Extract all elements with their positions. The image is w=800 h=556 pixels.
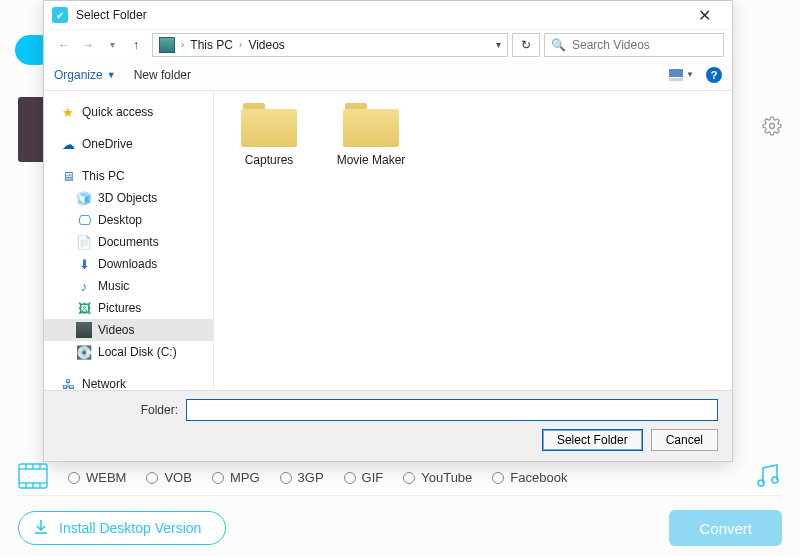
format-webm[interactable]: WEBM: [68, 470, 126, 485]
tree-label: Network: [82, 377, 126, 390]
select-folder-dialog: ✔ Select Folder ✕ ← → ▾ ↑ › This PC › Vi…: [43, 0, 733, 462]
format-label: MPG: [230, 470, 260, 485]
organize-menu[interactable]: Organize ▼: [54, 68, 116, 82]
dialog-footer: Folder: Select Folder Cancel: [44, 390, 732, 461]
format-gif[interactable]: GIF: [344, 470, 384, 485]
bottom-row: Install Desktop Version Convert: [18, 510, 782, 546]
folder-content[interactable]: Captures Movie Maker: [214, 91, 732, 390]
tree-desktop[interactable]: 🖵Desktop: [44, 209, 213, 231]
folder-input[interactable]: [186, 399, 718, 421]
radio-icon: [403, 472, 415, 484]
tree-label: Music: [98, 279, 129, 293]
download-icon: ⬇: [76, 256, 92, 272]
format-label: GIF: [362, 470, 384, 485]
up-button[interactable]: ↑: [124, 33, 148, 57]
tree-downloads[interactable]: ⬇Downloads: [44, 253, 213, 275]
tree-label: OneDrive: [82, 137, 133, 151]
breadcrumb[interactable]: › This PC › Videos ▾: [152, 33, 508, 57]
forward-button: →: [76, 33, 100, 57]
tree-label: Quick access: [82, 105, 153, 119]
document-icon: 📄: [76, 234, 92, 250]
videos-location-icon: [159, 37, 175, 53]
radio-icon: [344, 472, 356, 484]
format-label: WEBM: [86, 470, 126, 485]
tree-label: Videos: [98, 323, 134, 337]
dialog-title: Select Folder: [76, 8, 147, 22]
format-label: YouTube: [421, 470, 472, 485]
chevron-down-icon[interactable]: ▾: [496, 39, 501, 50]
install-label: Install Desktop Version: [59, 520, 201, 536]
cube-icon: 🧊: [76, 190, 92, 206]
breadcrumb-this-pc[interactable]: This PC: [190, 38, 233, 52]
chevron-right-icon: ›: [237, 39, 244, 50]
tree-label: Pictures: [98, 301, 141, 315]
app-icon: ✔: [52, 7, 68, 23]
radio-icon: [68, 472, 80, 484]
folder-icon: [241, 103, 297, 147]
close-icon[interactable]: ✕: [684, 6, 724, 25]
folder-label: Movie Maker: [334, 153, 408, 167]
star-icon: ★: [60, 104, 76, 120]
format-label: VOB: [164, 470, 191, 485]
tree-onedrive[interactable]: ☁OneDrive: [44, 133, 213, 155]
search-box[interactable]: 🔍: [544, 33, 724, 57]
tree-quick-access[interactable]: ★Quick access: [44, 101, 213, 123]
tree-label: This PC: [82, 169, 125, 183]
refresh-button[interactable]: ↻: [512, 33, 540, 57]
folder-field-label: Folder:: [58, 403, 178, 417]
cancel-button[interactable]: Cancel: [651, 429, 718, 451]
tree-videos[interactable]: Videos: [44, 319, 213, 341]
tree-label: Downloads: [98, 257, 157, 271]
gear-icon[interactable]: [762, 116, 782, 139]
nav-bar: ← → ▾ ↑ › This PC › Videos ▾ ↻ 🔍: [44, 29, 732, 59]
radio-icon: [280, 472, 292, 484]
tree-label: 3D Objects: [98, 191, 157, 205]
toolbar: Organize ▼ New folder ▼ ?: [44, 59, 732, 91]
recent-locations-button[interactable]: ▾: [100, 33, 124, 57]
desktop-icon: 🖵: [76, 212, 92, 228]
tree-3d-objects[interactable]: 🧊3D Objects: [44, 187, 213, 209]
chevron-down-icon: ▼: [686, 70, 694, 79]
format-youtube[interactable]: YouTube: [403, 470, 472, 485]
music-icon[interactable]: [754, 463, 782, 492]
format-mpg[interactable]: MPG: [212, 470, 260, 485]
format-3gp[interactable]: 3GP: [280, 470, 324, 485]
tree-label: Documents: [98, 235, 159, 249]
tree-this-pc[interactable]: 🖥This PC: [44, 165, 213, 187]
tree-pictures[interactable]: 🖼Pictures: [44, 297, 213, 319]
monitor-icon: 🖥: [60, 168, 76, 184]
install-desktop-button[interactable]: Install Desktop Version: [18, 511, 226, 545]
chevron-right-icon: ›: [179, 39, 186, 50]
cloud-icon: ☁: [60, 136, 76, 152]
tree-documents[interactable]: 📄Documents: [44, 231, 213, 253]
nav-tree: ★Quick access ☁OneDrive 🖥This PC 🧊3D Obj…: [44, 91, 214, 390]
convert-button[interactable]: Convert: [669, 510, 782, 546]
network-icon: 🖧: [60, 376, 76, 390]
radio-icon: [492, 472, 504, 484]
back-button[interactable]: ←: [52, 33, 76, 57]
film-icon: [76, 322, 92, 338]
titlebar: ✔ Select Folder ✕: [44, 1, 732, 29]
folder-movie-maker[interactable]: Movie Maker: [334, 103, 408, 167]
view-options-button[interactable]: ▼: [668, 68, 694, 82]
folder-label: Captures: [232, 153, 306, 167]
help-icon[interactable]: ?: [706, 67, 722, 83]
format-facebook[interactable]: Facebook: [492, 470, 567, 485]
svg-point-0: [770, 124, 775, 129]
film-strip-icon[interactable]: [18, 463, 48, 492]
tree-local-disk[interactable]: 💽Local Disk (C:): [44, 341, 213, 363]
folder-captures[interactable]: Captures: [232, 103, 306, 167]
tree-music[interactable]: ♪Music: [44, 275, 213, 297]
search-input[interactable]: [572, 38, 717, 52]
tree-network[interactable]: 🖧Network: [44, 373, 213, 390]
radio-icon: [146, 472, 158, 484]
download-icon: [33, 519, 49, 538]
format-vob[interactable]: VOB: [146, 470, 191, 485]
folder-icon: [343, 103, 399, 147]
picture-icon: 🖼: [76, 300, 92, 316]
select-folder-button[interactable]: Select Folder: [542, 429, 643, 451]
tree-label: Local Disk (C:): [98, 345, 177, 359]
drive-icon: 💽: [76, 344, 92, 360]
breadcrumb-videos[interactable]: Videos: [248, 38, 284, 52]
new-folder-button[interactable]: New folder: [134, 68, 191, 82]
